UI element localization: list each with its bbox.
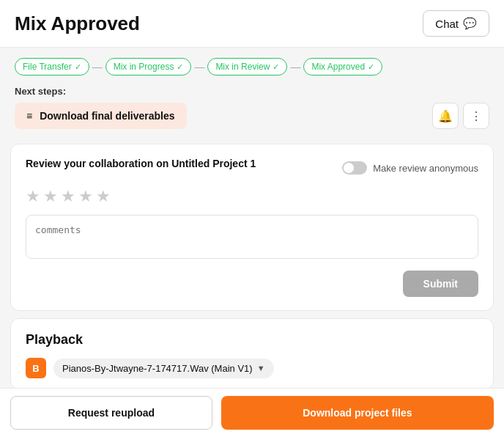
- step-check-icon: ✓: [368, 62, 374, 72]
- star-2[interactable]: ★: [43, 187, 58, 206]
- anonymous-toggle[interactable]: [342, 161, 367, 175]
- chat-label: Chat: [435, 18, 459, 30]
- action-label: Download final deliverables: [40, 110, 174, 122]
- star-4[interactable]: ★: [78, 187, 93, 206]
- bell-icon: 🔔: [438, 109, 453, 123]
- list-icon: ≡: [26, 110, 32, 122]
- chevron-down-icon: ▼: [257, 364, 265, 372]
- step-mix-in-progress[interactable]: Mix in Progress ✓: [105, 58, 192, 76]
- bell-button[interactable]: 🔔: [432, 103, 459, 129]
- step-check-icon: ✓: [273, 62, 279, 72]
- next-steps-section: Next steps: ≡ Download final deliverable…: [0, 76, 504, 136]
- track-selector[interactable]: Pianos-By-Jtwayne-7-174717.Wav (Main V1)…: [53, 359, 274, 378]
- chat-icon: 💬: [463, 17, 477, 30]
- step-mix-approved[interactable]: Mix Approved ✓: [303, 58, 382, 76]
- download-project-files-button[interactable]: Download project files: [221, 396, 494, 430]
- step-mix-in-review[interactable]: Mix in Review ✓: [207, 58, 287, 76]
- star-rating[interactable]: ★ ★ ★ ★ ★: [26, 187, 478, 206]
- playback-title: Playback: [26, 332, 478, 348]
- anonymous-toggle-row: Make review anonymous: [342, 161, 478, 175]
- toggle-dot: [344, 163, 354, 173]
- submit-button[interactable]: Submit: [403, 271, 478, 297]
- step-label: Mix in Progress: [114, 62, 174, 72]
- step-check-icon: ✓: [75, 62, 81, 72]
- review-header: Review your collaboration on Untitled Pr…: [26, 158, 478, 178]
- step-check-icon: ✓: [177, 62, 183, 72]
- anonymous-label: Make review anonymous: [373, 163, 478, 174]
- star-3[interactable]: ★: [61, 187, 75, 206]
- comments-input[interactable]: [26, 215, 478, 259]
- header: Mix Approved Chat 💬: [0, 0, 504, 48]
- next-steps-action: ≡ Download final deliverables 🔔 ⋮: [15, 103, 489, 129]
- star-1[interactable]: ★: [26, 187, 40, 206]
- request-reupload-button[interactable]: Request reupload: [10, 396, 212, 430]
- step-arrow-2: —: [194, 61, 204, 73]
- next-steps-icons: 🔔 ⋮: [432, 103, 489, 129]
- track-name: Pianos-By-Jtwayne-7-174717.Wav (Main V1): [62, 363, 253, 374]
- review-title: Review your collaboration on Untitled Pr…: [26, 158, 256, 169]
- steps-container: File Transfer ✓ — Mix in Progress ✓ — Mi…: [15, 58, 489, 76]
- track-badge: B: [26, 358, 46, 378]
- step-arrow-3: —: [290, 61, 300, 73]
- more-icon: ⋮: [470, 109, 482, 123]
- step-label: Mix Approved: [311, 62, 365, 72]
- step-label: File Transfer: [23, 62, 72, 72]
- step-file-transfer[interactable]: File Transfer ✓: [15, 58, 89, 76]
- submit-row: Submit: [26, 271, 478, 297]
- star-5[interactable]: ★: [96, 187, 111, 206]
- progress-section: File Transfer ✓ — Mix in Progress ✓ — Mi…: [0, 48, 504, 76]
- page-title: Mix Approved: [15, 12, 140, 35]
- bottom-bar: Request reupload Download project files: [0, 388, 504, 437]
- step-label: Mix in Review: [215, 62, 270, 72]
- step-arrow-1: —: [92, 61, 103, 73]
- track-row: B Pianos-By-Jtwayne-7-174717.Wav (Main V…: [26, 358, 478, 378]
- download-deliverables-button[interactable]: ≡ Download final deliverables: [15, 103, 187, 129]
- playback-card: Playback B Pianos-By-Jtwayne-7-174717.Wa…: [10, 318, 494, 389]
- next-steps-label: Next steps:: [15, 86, 489, 97]
- more-button[interactable]: ⋮: [463, 103, 489, 129]
- chat-button[interactable]: Chat 💬: [423, 10, 489, 37]
- review-card: Review your collaboration on Untitled Pr…: [10, 144, 494, 311]
